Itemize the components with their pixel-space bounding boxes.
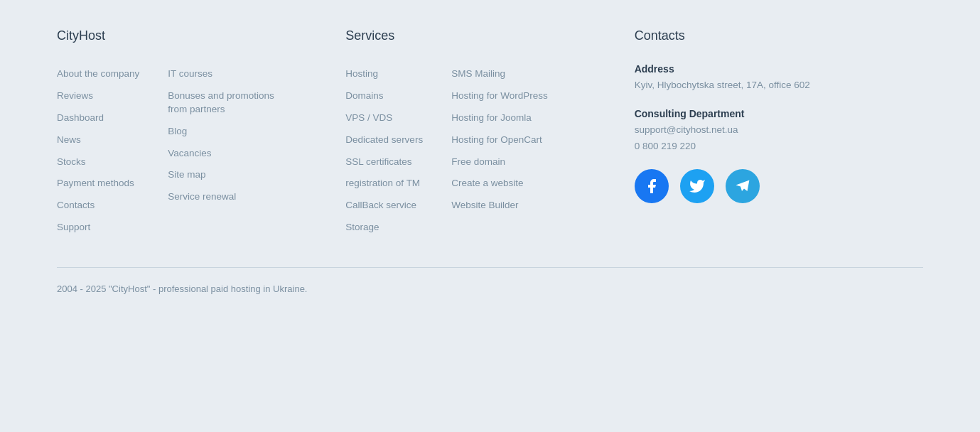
- link-stocks[interactable]: Stocks: [57, 151, 139, 173]
- link-blog[interactable]: Blog: [168, 121, 281, 143]
- footer-bottom: 2004 - 2025 "CityHost" - professional pa…: [0, 268, 980, 311]
- consulting-block: Consulting Department support@cityhost.n…: [635, 108, 923, 155]
- link-storage[interactable]: Storage: [345, 217, 423, 239]
- services-section: Services Hosting Domains VPS / VDS Dedic…: [345, 28, 634, 239]
- address-block: Address Kyiv, Hlybochytska street, 17A, …: [635, 63, 923, 94]
- link-dashboard[interactable]: Dashboard: [57, 107, 139, 129]
- telegram-icon[interactable]: [726, 169, 760, 203]
- cityhost-title: CityHost: [57, 28, 345, 43]
- facebook-icon[interactable]: [635, 169, 669, 203]
- link-dedicated-servers[interactable]: Dedicated servers: [345, 129, 423, 151]
- link-hosting-joomla[interactable]: Hosting for Joomla: [451, 107, 548, 129]
- link-vps-vds[interactable]: VPS / VDS: [345, 107, 423, 129]
- link-about-company[interactable]: About the company: [57, 63, 139, 85]
- link-hosting[interactable]: Hosting: [345, 63, 423, 85]
- link-news[interactable]: News: [57, 129, 139, 151]
- link-ssl-certificates[interactable]: SSL certificates: [345, 151, 423, 173]
- services-col2: SMS Mailing Hosting for WordPress Hostin…: [451, 63, 548, 239]
- link-payment-methods[interactable]: Payment methods: [57, 173, 139, 195]
- email-text: support@cityhost.net.ua: [635, 122, 923, 139]
- twitter-icon[interactable]: [680, 169, 714, 203]
- link-callback-service[interactable]: CallBack service: [345, 195, 423, 217]
- contacts-title: Contacts: [635, 28, 923, 43]
- link-website-builder[interactable]: Website Builder: [451, 195, 548, 217]
- link-reviews[interactable]: Reviews: [57, 85, 139, 107]
- cityhost-col2: IT courses Bonuses and promotions from p…: [168, 63, 281, 239]
- link-hosting-wordpress[interactable]: Hosting for WordPress: [451, 85, 548, 107]
- link-service-renewal[interactable]: Service renewal: [168, 186, 281, 208]
- address-text: Kyiv, Hlybochytska street, 17A, office 6…: [635, 77, 923, 94]
- services-title: Services: [345, 28, 634, 43]
- link-sms-mailing[interactable]: SMS Mailing: [451, 63, 548, 85]
- link-free-domain[interactable]: Free domain: [451, 151, 548, 173]
- social-icons-container: [635, 169, 923, 203]
- cityhost-col1: About the company Reviews Dashboard News…: [57, 63, 139, 239]
- services-col1: Hosting Domains VPS / VDS Dedicated serv…: [345, 63, 423, 239]
- phone-text: 0 800 219 220: [635, 139, 923, 155]
- address-label: Address: [635, 63, 923, 75]
- contacts-section: Contacts Address Kyiv, Hlybochytska stre…: [635, 28, 923, 239]
- consulting-label: Consulting Department: [635, 108, 923, 119]
- link-bonuses[interactable]: Bonuses and promotions from partners: [168, 85, 281, 121]
- link-hosting-opencart[interactable]: Hosting for OpenCart: [451, 129, 548, 151]
- cityhost-section: CityHost About the company Reviews Dashb…: [57, 28, 345, 239]
- link-domains[interactable]: Domains: [345, 85, 423, 107]
- link-contacts[interactable]: Contacts: [57, 195, 139, 217]
- link-support[interactable]: Support: [57, 217, 139, 239]
- link-create-website[interactable]: Create a website: [451, 173, 548, 195]
- link-vacancies[interactable]: Vacancies: [168, 143, 281, 165]
- link-it-courses[interactable]: IT courses: [168, 63, 281, 85]
- link-registration-tm[interactable]: registration of TM: [345, 173, 423, 195]
- copyright-text: 2004 - 2025 "CityHost" - professional pa…: [57, 282, 923, 297]
- link-site-map[interactable]: Site map: [168, 164, 281, 186]
